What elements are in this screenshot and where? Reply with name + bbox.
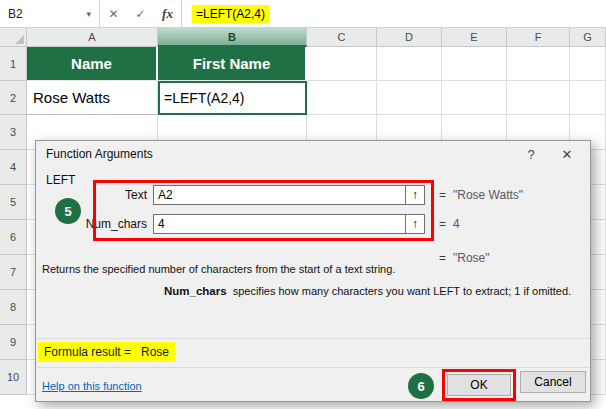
argument-help-term: Num_chars (164, 285, 227, 297)
cell-E2[interactable] (442, 81, 507, 115)
annotation-step-6: 6 (408, 373, 434, 399)
formula-bar: B2 ▾ ✕ ✓ fx =LEFT(A2,4) (0, 0, 606, 28)
cancel-entry-icon[interactable]: ✕ (100, 0, 127, 27)
text-arg-result: "Rose Watts" (453, 188, 523, 202)
function-arguments-dialog: Function Arguments ? ✕ LEFT Text ↑ = "Ro… (35, 140, 591, 402)
cancel-button[interactable]: Cancel (520, 371, 586, 393)
cell-B1[interactable]: First Name (158, 47, 307, 81)
row-header-2[interactable]: 2 (0, 81, 27, 115)
formula-result: Formula result =Rose (38, 342, 175, 362)
dialog-help-icon[interactable]: ? (518, 144, 544, 164)
chevron-down-icon[interactable]: ▾ (86, 9, 91, 19)
cell-E1[interactable] (442, 47, 507, 81)
text-arg-input[interactable] (153, 185, 406, 205)
column-header-A[interactable]: A (27, 28, 158, 47)
formula-result-value: Rose (141, 345, 169, 359)
cell-D1[interactable] (377, 47, 442, 81)
row-header-3[interactable]: 3 (0, 115, 27, 150)
formula-result-label: Formula result = (44, 345, 131, 359)
column-header-B[interactable]: B (158, 28, 307, 47)
row-header-7[interactable]: 7 (0, 255, 27, 290)
range-picker-icon[interactable]: ↑ (406, 214, 425, 234)
help-on-function-link[interactable]: Help on this function (42, 380, 142, 392)
cell-C2[interactable] (307, 81, 377, 115)
cell-A2[interactable]: Rose Watts (27, 81, 158, 115)
range-picker-icon[interactable]: ↑ (406, 185, 425, 205)
argument-help-text: specifies how many characters you want L… (233, 285, 572, 297)
dialog-title: Function Arguments (46, 147, 153, 161)
cell-F2[interactable] (507, 81, 570, 115)
enter-entry-icon[interactable]: ✓ (127, 0, 154, 27)
dialog-separator (36, 338, 590, 339)
numchars-arg-equals: = (439, 217, 446, 231)
row-header-8[interactable]: 8 (0, 290, 27, 325)
row-header-5[interactable]: 5 (0, 185, 27, 220)
ok-button[interactable]: OK (447, 374, 511, 396)
row-header-10[interactable]: 10 (0, 360, 27, 395)
cell-G2[interactable] (570, 81, 606, 115)
column-header-F[interactable]: F (507, 28, 570, 47)
row-header-1[interactable]: 1 (0, 47, 27, 81)
column-header-E[interactable]: E (442, 28, 507, 47)
function-description: Returns the specified number of characte… (42, 263, 586, 275)
numchars-arg-input[interactable] (153, 214, 406, 234)
row-header-9[interactable]: 9 (0, 325, 27, 360)
cell-A1[interactable]: Name (27, 47, 158, 81)
column-header-D[interactable]: D (377, 28, 442, 47)
annotation-step-5: 5 (55, 198, 81, 224)
name-box[interactable]: B2 ▾ (0, 0, 100, 27)
dialog-separator (36, 367, 590, 368)
formula-text: =LEFT(A2,4) (192, 5, 269, 23)
function-name-label: LEFT (46, 173, 75, 187)
row-header-4[interactable]: 4 (0, 150, 27, 185)
dialog-title-bar[interactable]: Function Arguments (36, 141, 590, 167)
excel-window: ABCDEFG12345678910NameFirst NameRose Wat… (0, 0, 606, 409)
text-arg-equals: = (439, 188, 446, 202)
cell-G1[interactable] (570, 47, 606, 81)
annotation-ok-rectangle: OK (442, 369, 516, 401)
cell-F1[interactable] (507, 47, 570, 81)
close-icon[interactable]: ✕ (554, 144, 580, 164)
row-header-6[interactable]: 6 (0, 220, 27, 255)
cell-D2[interactable] (377, 81, 442, 115)
numchars-arg-result: 4 (453, 217, 460, 231)
formula-input[interactable]: =LEFT(A2,4) (182, 0, 606, 27)
column-header-C[interactable]: C (307, 28, 377, 47)
text-arg-label: Text (67, 188, 147, 202)
argument-help: Num_charsspecifies how many characters y… (164, 285, 571, 297)
insert-function-icon[interactable]: fx (154, 0, 181, 27)
column-header-G[interactable]: G (570, 28, 606, 47)
name-box-value: B2 (8, 7, 23, 21)
select-all-corner[interactable] (0, 28, 27, 47)
cell-B2[interactable]: =LEFT(A2,4) (158, 81, 307, 115)
numchars-arg-label: Num_chars (67, 217, 147, 231)
cell-C1[interactable] (307, 47, 377, 81)
